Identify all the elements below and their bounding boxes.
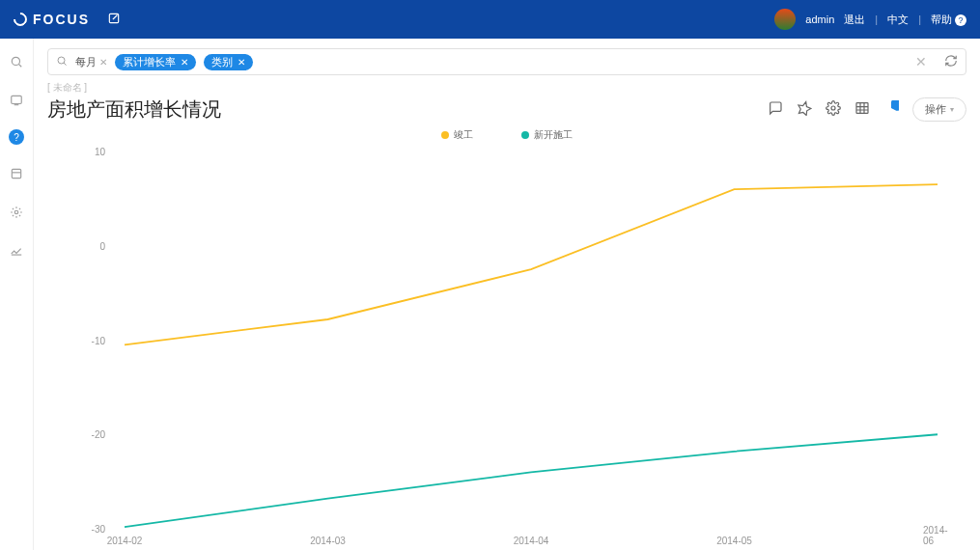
filter-chip-plain[interactable]: 每月✕: [75, 55, 107, 69]
pie-icon[interactable]: [883, 100, 899, 119]
chart-line: [125, 434, 938, 527]
chevron-down-icon: ▾: [950, 105, 954, 114]
sidebar-gear-icon[interactable]: [7, 203, 26, 222]
filter-chip[interactable]: 类别✕: [204, 54, 253, 70]
chart-lines: [125, 151, 938, 529]
title-actions: 操作▾: [768, 97, 966, 122]
header-right: admin 退出 | 中文 | 帮助?: [774, 9, 966, 30]
filter-chip[interactable]: 累计增长率✕: [115, 54, 196, 70]
chart-area: 竣工新开施工 100-10-20-302014-022014-032014-04…: [47, 123, 966, 550]
legend-dot-icon: [441, 131, 449, 139]
search-icon: [56, 55, 68, 69]
x-tick-label: 2014-03: [310, 536, 346, 546]
chart-legend: 竣工新开施工: [47, 128, 966, 142]
y-tick-label: 10: [95, 147, 105, 157]
svg-point-4: [14, 210, 18, 214]
action-button[interactable]: 操作▾: [912, 97, 966, 122]
x-tick-label: 2014-04: [514, 536, 549, 546]
legend-label: 新开施工: [534, 128, 573, 142]
separator: |: [918, 14, 921, 25]
legend-item[interactable]: 竣工: [441, 128, 473, 142]
sidebar-trend-icon[interactable]: [7, 241, 26, 261]
search-bar[interactable]: 每月✕ 累计增长率✕ 类别✕ ✕: [47, 48, 966, 75]
sidebar: ?: [0, 39, 34, 550]
help-link[interactable]: 帮助?: [931, 13, 966, 27]
close-icon[interactable]: ✕: [181, 57, 188, 68]
chart-plot: 100-10-20-302014-022014-032014-042014-05…: [47, 142, 966, 546]
svg-rect-7: [856, 103, 868, 114]
breadcrumb: [ 未命名 ]: [47, 81, 966, 95]
logout-link[interactable]: 退出: [844, 13, 865, 27]
logo-icon: [11, 10, 30, 29]
y-tick-label: -10: [92, 335, 105, 345]
y-tick-label: -30: [92, 524, 105, 535]
svg-rect-3: [12, 169, 20, 178]
brand-logo: FOCUS: [14, 12, 90, 27]
close-icon[interactable]: ✕: [238, 57, 245, 68]
sidebar-board-icon[interactable]: [7, 91, 26, 110]
svg-point-5: [58, 57, 65, 64]
sidebar-data-icon[interactable]: [7, 164, 26, 183]
edit-icon[interactable]: [107, 12, 121, 28]
lang-link[interactable]: 中文: [887, 13, 909, 27]
close-icon[interactable]: ✕: [99, 57, 107, 68]
page-title: 房地产面积增长情况: [47, 96, 221, 123]
x-tick-label: 2014-05: [716, 536, 752, 546]
app-header: FOCUS admin 退出 | 中文 | 帮助?: [0, 0, 980, 39]
x-tick-label: 2014-06: [923, 525, 952, 546]
legend-dot-icon: [521, 131, 529, 139]
svg-rect-2: [12, 96, 22, 103]
gear-icon[interactable]: [826, 100, 841, 119]
comment-icon[interactable]: [768, 100, 783, 119]
svg-point-1: [12, 57, 19, 65]
table-icon[interactable]: [854, 100, 870, 119]
y-tick-label: 0: [99, 240, 105, 251]
clear-search-icon[interactable]: ✕: [915, 54, 927, 69]
title-row: 房地产面积增长情况 操作▾: [47, 96, 966, 123]
brand-name: FOCUS: [33, 12, 90, 27]
sidebar-active-icon[interactable]: ?: [9, 129, 24, 145]
y-tick-label: -20: [92, 429, 105, 440]
svg-point-6: [831, 106, 835, 110]
sidebar-search-icon[interactable]: [7, 52, 26, 71]
separator: |: [875, 14, 878, 25]
avatar[interactable]: [774, 9, 796, 30]
pin-icon[interactable]: [797, 100, 812, 119]
legend-item[interactable]: 新开施工: [521, 128, 573, 142]
user-name[interactable]: admin: [805, 14, 834, 25]
chart-line: [125, 184, 938, 344]
refresh-icon[interactable]: [944, 54, 958, 70]
x-tick-label: 2014-02: [107, 536, 143, 546]
legend-label: 竣工: [454, 128, 473, 142]
main-content: 每月✕ 累计增长率✕ 类别✕ ✕ [ 未命名 ] 房地产面积增长情况: [34, 39, 980, 550]
